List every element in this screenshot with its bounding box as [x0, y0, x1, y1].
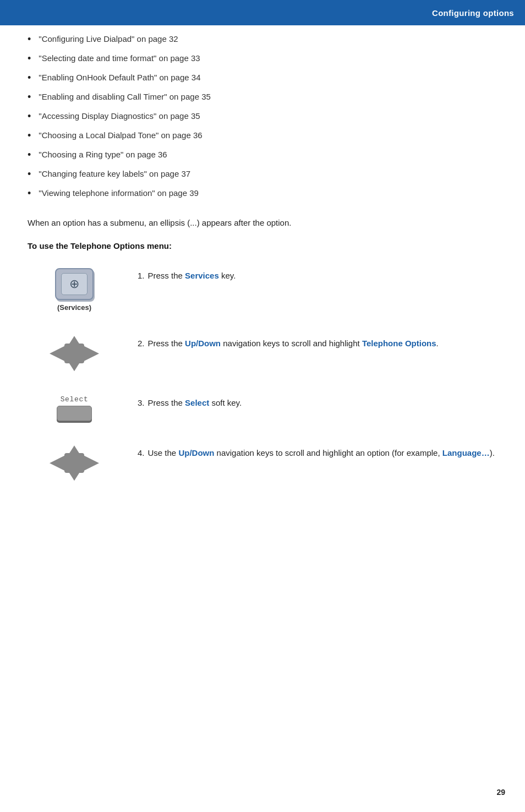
step-3-number: 3.	[138, 396, 145, 409]
step-1-text: 1. Press the Services key.	[121, 266, 497, 282]
list-item: •"Enabling and disabling Call Timer" on …	[28, 91, 497, 105]
bullet-text: "Selecting date and time format" on page…	[39, 52, 200, 65]
step-4: 4. Use the Up/Down navigation keys to sc…	[28, 443, 497, 481]
nav-center-block-2	[64, 453, 84, 473]
bullet-text: "Viewing telephone information" on page …	[39, 187, 199, 200]
list-item: •"Choosing a Local Dialpad Tone" on page…	[28, 129, 497, 143]
paragraph-text: When an option has a submenu, an ellipsi…	[28, 216, 497, 229]
bullet-dot: •	[28, 148, 31, 162]
step-1-body: Press the Services key.	[148, 269, 497, 282]
step-1-number: 1.	[138, 269, 145, 282]
bullet-text: "Choosing a Local Dialpad Tone" on page …	[39, 129, 202, 142]
nav-left-arrow-2	[50, 455, 65, 471]
step-3-body: Press the Select soft key.	[148, 396, 497, 409]
header-bar: Configuring options	[0, 0, 525, 25]
list-item: •"Choosing a Ring type" on page 36	[28, 149, 497, 162]
step-2-icon	[28, 334, 121, 371]
step-2: 2. Press the Up/Down navigation keys to …	[28, 334, 497, 371]
nav-center-block	[64, 344, 84, 363]
step-3: Select 3. Press the Select soft key.	[28, 393, 497, 421]
select-highlight: Select	[185, 398, 209, 407]
services-symbol: ⊕	[69, 277, 79, 291]
bullet-text: "Changing feature key labels" on page 37	[39, 168, 190, 181]
step-3-icon: Select	[28, 393, 121, 421]
steps-container: ⊕ (Services) 1. Press the Services key.	[28, 266, 497, 481]
nav-keys-icon	[50, 336, 99, 371]
step-2-body: Press the Up/Down navigation keys to scr…	[148, 337, 497, 350]
services-highlight: Services	[185, 271, 219, 280]
bullet-dot: •	[28, 70, 31, 85]
header-blue-strip	[0, 0, 121, 25]
step-4-text: 4. Use the Up/Down navigation keys to sc…	[121, 443, 497, 459]
bullet-dot: •	[28, 186, 31, 201]
step-4-icon	[28, 443, 121, 481]
bullet-dot: •	[28, 167, 31, 182]
bullet-text: "Configuring Live Dialpad" on page 32	[39, 33, 178, 46]
bullet-list: •"Configuring Live Dialpad" on page 32•"…	[28, 33, 497, 201]
bullet-text: "Enabling and disabling Call Timer" on p…	[39, 91, 211, 103]
nav-right-arrow	[84, 346, 99, 361]
step-2-text: 2. Press the Up/Down navigation keys to …	[121, 334, 497, 350]
bullet-text: "Accessing Display Diagnostics" on page …	[39, 110, 200, 123]
select-key-label: Select	[61, 395, 89, 404]
section-heading: To use the Telephone Options menu:	[28, 241, 497, 250]
header-right: Configuring options	[121, 0, 525, 25]
list-item: •"Accessing Display Diagnostics" on page…	[28, 110, 497, 124]
step-1: ⊕ (Services) 1. Press the Services key.	[28, 266, 497, 312]
nav-keys-icon-2	[50, 445, 99, 481]
telephone-options-highlight: Telephone Options	[362, 339, 436, 348]
bullet-text: "Choosing a Ring type" on page 36	[39, 149, 167, 161]
services-key-inner: ⊕	[61, 273, 88, 295]
page-title: Configuring options	[432, 8, 514, 18]
step-4-body: Use the Up/Down navigation keys to scrol…	[148, 446, 497, 459]
updown-highlight-1: Up/Down	[185, 339, 221, 348]
page-number: 29	[496, 788, 505, 797]
bullet-text: "Enabling OnHook Default Path" on page 3…	[39, 72, 200, 84]
list-item: •"Configuring Live Dialpad" on page 32	[28, 33, 497, 47]
step-2-number: 2.	[138, 337, 145, 350]
select-button-icon	[57, 406, 92, 421]
nav-left-arrow	[50, 346, 65, 361]
step-3-text: 3. Press the Select soft key.	[121, 393, 497, 409]
list-item: •"Enabling OnHook Default Path" on page …	[28, 72, 497, 85]
list-item: •"Viewing telephone information" on page…	[28, 187, 497, 201]
select-key-container: Select	[57, 395, 92, 421]
step-1-icon: ⊕ (Services)	[28, 266, 121, 312]
language-highlight: Language…	[442, 448, 490, 457]
step-4-number: 4.	[138, 446, 145, 459]
nav-right-arrow-2	[84, 455, 99, 471]
main-content: •"Configuring Live Dialpad" on page 32•"…	[0, 0, 525, 536]
bullet-dot: •	[28, 51, 31, 66]
services-label: (Services)	[57, 303, 91, 312]
bullet-dot: •	[28, 90, 31, 105]
list-item: •"Changing feature key labels" on page 3…	[28, 168, 497, 182]
bullet-dot: •	[28, 32, 31, 47]
bullet-dot: •	[28, 109, 31, 124]
updown-highlight-2: Up/Down	[178, 448, 214, 457]
list-item: •"Selecting date and time format" on pag…	[28, 52, 497, 66]
bullet-dot: •	[28, 128, 31, 143]
services-key-icon: ⊕	[55, 268, 94, 300]
